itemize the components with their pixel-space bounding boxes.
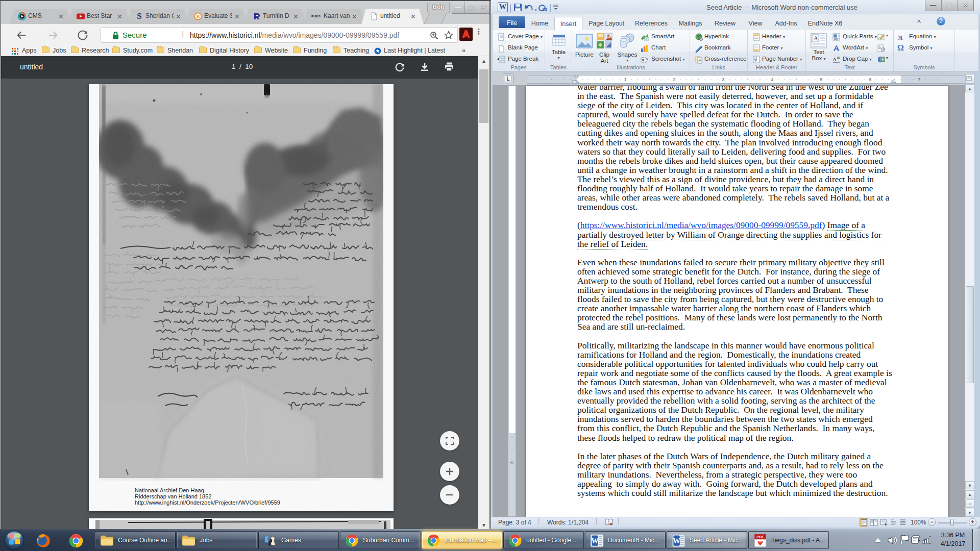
svg-text:1: 1 bbox=[624, 77, 626, 82]
svg-text:http://www.inghist.nl/Onderzoe: http://www.inghist.nl/Onderzoek/Projecte… bbox=[135, 499, 280, 506]
svg-text:5: 5 bbox=[820, 77, 822, 82]
svg-text:3: 3 bbox=[722, 77, 724, 82]
svg-text:6: 6 bbox=[869, 77, 871, 82]
svg-text:4: 4 bbox=[771, 77, 773, 82]
svg-text:W: W bbox=[591, 537, 599, 545]
svg-text:W: W bbox=[673, 537, 680, 545]
svg-text:Ridderschap van Holland 1852: Ridderschap van Holland 1852 bbox=[135, 493, 211, 499]
svg-text:2: 2 bbox=[673, 77, 675, 82]
svg-text:A: A bbox=[814, 35, 818, 42]
svg-text:7: 7 bbox=[918, 77, 920, 82]
svg-text:Nationaal Archief Den Haag: Nationaal Archief Den Haag bbox=[135, 487, 204, 493]
svg-text:PDF: PDF bbox=[756, 535, 764, 539]
svg-text:5: 5 bbox=[879, 46, 881, 49]
svg-text:A: A bbox=[832, 56, 837, 62]
svg-text:B: B bbox=[196, 14, 200, 19]
svg-text:8: 8 bbox=[509, 461, 514, 464]
